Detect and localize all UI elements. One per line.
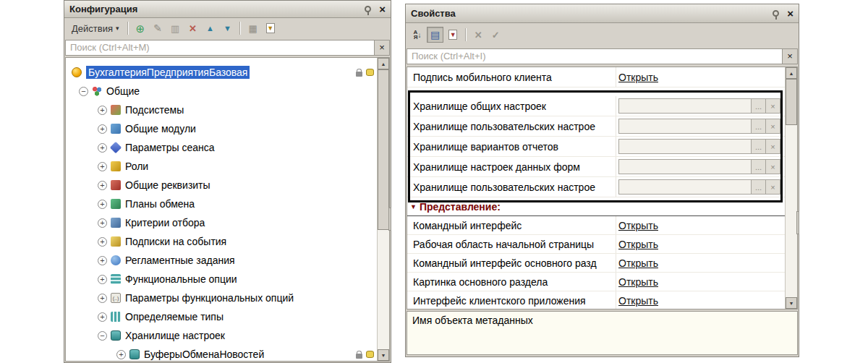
configuration-titlebar[interactable]: Конфигурация × xyxy=(64,1,391,18)
expand-icon[interactable]: + xyxy=(98,162,107,171)
tree-item-label: Параметры функциональных опций xyxy=(125,292,294,304)
scroll-down-button[interactable]: ▼ xyxy=(378,349,389,361)
grid-view-button[interactable]: ▦ xyxy=(244,20,260,36)
sort-alphabetical-button[interactable]: АЯ ↓ xyxy=(409,27,425,43)
expand-icon[interactable]: + xyxy=(98,275,107,284)
close-icon[interactable]: × xyxy=(787,8,793,19)
close-icon[interactable]: × xyxy=(379,4,386,14)
filter-by-subsystems-button[interactable]: ▼ xyxy=(263,20,278,36)
search-clear-button[interactable]: × xyxy=(783,48,798,64)
delete-button[interactable]: ✕ xyxy=(184,20,200,36)
move-down-button[interactable]: ▼ xyxy=(219,20,235,36)
add-button[interactable]: ⊕ xyxy=(132,20,149,36)
tree-item-common-attributes[interactable]: + Общие реквизиты xyxy=(66,176,389,195)
tree-item-functional-options[interactable]: + Функциональные опции xyxy=(66,270,389,289)
common-modules-icon xyxy=(111,124,121,134)
tree-item-news-exchange-buffers[interactable]: + БуферыОбменаНовостей xyxy=(66,345,389,362)
tree-item-root[interactable]: БухгалтерияПредприятияБазовая xyxy=(66,63,389,82)
open-link[interactable]: Открыть xyxy=(618,295,658,307)
storage-value-input[interactable] xyxy=(618,139,752,154)
properties-search-input[interactable] xyxy=(407,48,783,64)
ellipsis-button[interactable]: ... xyxy=(751,119,766,134)
tree-item-defined-types[interactable]: + Определяемые типы xyxy=(66,307,389,326)
filter-properties-button[interactable]: ▼ xyxy=(445,27,461,43)
edit-button[interactable]: ✎ xyxy=(150,20,166,36)
tree-item-event-subscriptions[interactable]: + Подписки на события xyxy=(66,232,389,251)
ellipsis-button[interactable]: ... xyxy=(751,98,766,114)
section-header-presentation[interactable]: ▼ Представление: xyxy=(407,197,785,216)
clear-field-button[interactable]: × xyxy=(765,119,780,134)
move-up-button[interactable]: ▲ xyxy=(202,20,218,36)
property-label: Подпись мобильного клиента xyxy=(407,72,616,83)
property-row-user-settings-storage: Хранилище пользовательских настрое ... × xyxy=(407,116,785,137)
clear-field-button[interactable]: × xyxy=(765,159,780,174)
roles-icon xyxy=(111,161,121,171)
actions-menu-button[interactable]: Действия ▾ xyxy=(68,20,123,36)
description-pane: Имя объекта метаданных xyxy=(407,311,798,355)
ellipsis-button[interactable]: ... xyxy=(751,159,766,174)
expand-icon[interactable]: + xyxy=(98,181,107,190)
tree-item-label: Планы обмена xyxy=(125,198,195,210)
tree-item-label: Подписки на события xyxy=(125,236,226,247)
open-link[interactable]: Открыть xyxy=(618,239,658,250)
properties-scrollbar[interactable]: ▲ ▼ xyxy=(785,67,797,309)
tree-item-subsystems[interactable]: + Подсистемы xyxy=(66,101,389,119)
expand-icon[interactable]: + xyxy=(98,256,107,265)
tree-scrollbar[interactable]: ▲ ▼ xyxy=(377,58,389,361)
pin-icon[interactable] xyxy=(365,6,371,12)
scroll-up-button[interactable]: ▲ xyxy=(786,67,797,79)
pin-icon[interactable] xyxy=(773,10,779,17)
settings-storage-icon xyxy=(111,330,121,341)
storage-value-input[interactable] xyxy=(618,98,752,114)
expand-icon[interactable]: + xyxy=(116,350,126,359)
expand-icon[interactable]: + xyxy=(98,218,107,228)
tree-item-exchange-plans[interactable]: + Планы обмена xyxy=(66,195,389,213)
panel-splitter-handle[interactable] xyxy=(796,211,799,234)
tree-item-functional-option-parameters[interactable]: + (..) Параметры функциональных опций xyxy=(66,289,389,307)
scroll-up-button[interactable]: ▲ xyxy=(378,58,389,69)
discard-button[interactable]: ✕ xyxy=(470,27,486,43)
subsystems-icon xyxy=(111,105,121,115)
panel-splitter-handle[interactable] xyxy=(388,208,391,231)
collapse-icon[interactable]: − xyxy=(98,331,107,341)
clear-field-button[interactable]: × xyxy=(765,179,780,195)
storage-value-input[interactable] xyxy=(618,119,752,134)
search-input[interactable] xyxy=(65,40,375,56)
storage-value-input[interactable] xyxy=(618,159,752,174)
open-link[interactable]: Открыть xyxy=(618,220,658,231)
expand-icon[interactable]: + xyxy=(98,200,107,209)
expand-icon[interactable]: + xyxy=(98,237,107,247)
categories-view-button[interactable]: ▤ xyxy=(427,27,443,43)
expand-icon[interactable]: + xyxy=(98,106,107,115)
tree-item-settings-storage[interactable]: − Хранилище настроек xyxy=(66,326,389,345)
tree-item-filter-criteria[interactable]: + Критерии отбора xyxy=(66,213,389,232)
expand-icon[interactable]: + xyxy=(98,143,107,153)
scroll-thumb[interactable] xyxy=(786,79,797,125)
tree-item-scheduled-jobs[interactable]: + Регламентные задания xyxy=(66,251,389,270)
clear-field-button[interactable]: × xyxy=(765,139,780,154)
expand-icon[interactable]: + xyxy=(98,124,107,134)
tree-item-common[interactable]: − Общие xyxy=(66,82,389,101)
tree-item-common-modules[interactable]: + Общие модули xyxy=(66,119,389,138)
open-link[interactable]: Открыть xyxy=(618,72,658,83)
properties-titlebar[interactable]: Свойства × xyxy=(406,4,799,23)
open-link[interactable]: Открыть xyxy=(618,276,658,288)
scroll-thumb[interactable] xyxy=(378,69,389,230)
scroll-down-button[interactable]: ▼ xyxy=(786,297,797,309)
search-clear-button[interactable]: × xyxy=(375,40,390,56)
expand-icon[interactable]: + xyxy=(98,312,107,322)
common-attributes-icon xyxy=(111,180,121,190)
ellipsis-button[interactable]: ... xyxy=(751,139,766,154)
tree-item-roles[interactable]: + Роли xyxy=(66,157,389,176)
apply-button[interactable]: ✓ xyxy=(488,27,503,43)
copy-button[interactable]: ▥ xyxy=(167,20,183,36)
expand-icon[interactable]: + xyxy=(98,294,107,303)
collapse-icon[interactable]: − xyxy=(79,87,88,96)
defined-types-icon xyxy=(111,312,121,322)
storage-value-input[interactable] xyxy=(618,179,752,195)
open-link[interactable]: Открыть xyxy=(618,257,658,269)
ellipsis-button[interactable]: ... xyxy=(751,179,766,195)
tree-item-session-parameters[interactable]: + Параметры сеанса xyxy=(66,138,389,157)
configuration-toolbar: Действия ▾ ⊕ ✎ ▥ ✕ ▲ ▼ ▦ ▼ xyxy=(64,18,391,38)
clear-field-button[interactable]: × xyxy=(765,98,780,114)
